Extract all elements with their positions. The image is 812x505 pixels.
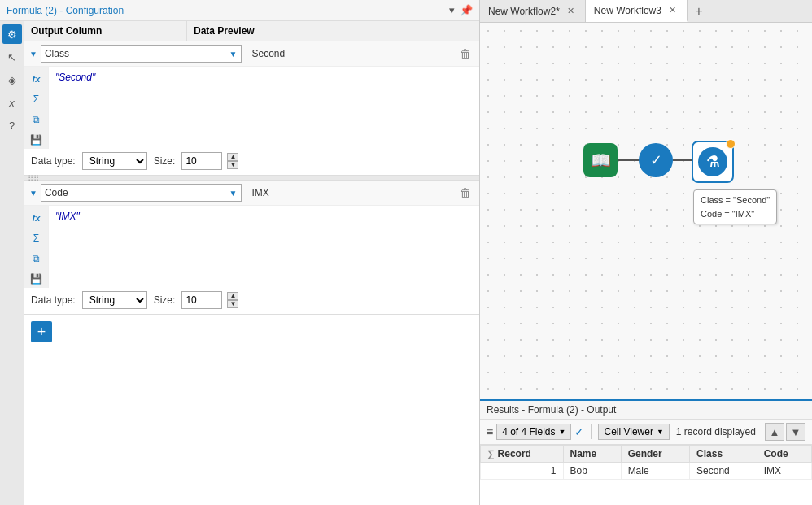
results-toolbar: ≡ 4 of 4 Fields ▼ ✓ Cell Viewer ▼ 1 reco… — [480, 420, 812, 445]
tab-new-workflow2[interactable]: New Workflow2* ✕ — [480, 0, 586, 22]
code-side-icons: fx Σ ⧉ 💾 — [24, 206, 49, 288]
right-panel: New Workflow2* ✕ New Workflow3 ✕ + 📖 — [480, 0, 812, 505]
th-name: Name — [563, 446, 621, 463]
node-check[interactable]: ✓ — [639, 143, 673, 177]
code-datatype-label: Data type: — [31, 294, 76, 306]
th-gender: Gender — [621, 446, 689, 463]
sidebar-cursor-icon[interactable]: ↖ — [2, 47, 22, 67]
row-expand-class[interactable]: ▼ — [29, 50, 37, 59]
node-book[interactable]: 📖 — [583, 143, 618, 177]
table-header-row: ∑Record Name Gender Class Code — [481, 446, 812, 463]
formula-node-dot — [726, 139, 736, 149]
code-size-up-btn[interactable]: ▲ — [227, 292, 238, 300]
class-preview-value: Second — [245, 48, 453, 59]
data-table: ∑Record Name Gender Class Code 1 Bob — [480, 445, 812, 480]
th-class: Class — [690, 446, 757, 463]
sidebar-gear-icon[interactable]: ⚙ — [2, 24, 22, 44]
results-panel: Results - Formula (2) - Output ≡ 4 of 4 … — [480, 399, 812, 505]
class-fx-icon[interactable]: fx — [28, 70, 46, 88]
cell-viewer-button[interactable]: Cell Viewer ▼ — [598, 424, 669, 440]
fields-table-icon: ≡ — [487, 425, 493, 438]
code-preview-value: IMX — [245, 187, 453, 198]
code-datatype-select[interactable]: String Integer — [82, 291, 147, 309]
code-save-icon[interactable]: 💾 — [28, 270, 46, 288]
class-delete-icon[interactable]: 🗑 — [456, 47, 474, 60]
class-save-icon[interactable]: 💾 — [28, 131, 46, 149]
collapse-icon[interactable]: ▾ — [449, 4, 455, 16]
formula-node-inner: ⚗ — [698, 147, 727, 176]
toolbar-separator — [591, 424, 592, 439]
formula-row-class: ▼ Class ▼ Second 🗑 — [24, 41, 479, 176]
tooltip-line2: Code = "IMX" — [701, 207, 770, 221]
tab-new-workflow2-label: New Workflow2* — [488, 6, 560, 17]
column-headers: Output Column Data Preview — [24, 21, 479, 41]
class-size-down-btn[interactable]: ▼ — [227, 161, 238, 169]
record-count-label: 1 record displayed — [676, 426, 756, 438]
code-column-select[interactable]: Code — [41, 184, 242, 202]
cell-viewer-arrow-icon: ▼ — [657, 428, 664, 436]
class-size-label: Size: — [154, 155, 176, 167]
check-icon: ✓ — [574, 425, 584, 438]
sidebar-formula-icon[interactable]: x — [2, 93, 22, 112]
code-delete-icon[interactable]: 🗑 — [456, 186, 474, 199]
code-size-label: Size: — [154, 294, 176, 306]
data-preview-header: Data Preview — [187, 21, 479, 41]
code-size-input[interactable] — [181, 291, 222, 309]
class-side-icons: fx Σ ⧉ 💾 — [24, 67, 49, 149]
row-expand-code[interactable]: ▼ — [29, 189, 37, 198]
tab-add-button[interactable]: + — [688, 0, 710, 22]
cell-viewer-label: Cell Viewer — [604, 426, 653, 438]
formula-title: Formula (2) - Configuration — [7, 5, 124, 16]
code-formula-area[interactable]: "IMX" — [49, 206, 479, 288]
fields-badge[interactable]: 4 of 4 Fields ▼ — [496, 424, 571, 440]
cell-name: Bob — [563, 463, 621, 480]
tab-new-workflow3[interactable]: New Workflow3 ✕ — [586, 0, 688, 22]
connector-1 — [618, 159, 640, 161]
record-col-icon: ∑ — [487, 448, 495, 459]
tooltip-line1: Class = "Second" — [701, 194, 770, 207]
cell-record: 1 — [481, 463, 564, 480]
results-nav: ▲ ▼ — [765, 423, 805, 441]
nav-up-btn[interactable]: ▲ — [765, 423, 784, 441]
tab-bar: New Workflow2* ✕ New Workflow3 ✕ + — [480, 0, 812, 23]
class-datatype-select[interactable]: String Integer Double — [82, 152, 147, 170]
formula-title-bar: Formula (2) - Configuration ▾ 📌 — [0, 0, 479, 21]
class-size-up-btn[interactable]: ▲ — [227, 153, 238, 161]
output-column-header: Output Column — [24, 21, 187, 41]
class-size-spinner[interactable]: ▲ ▼ — [227, 153, 238, 169]
class-column-select[interactable]: Class — [41, 45, 242, 63]
code-datatype-row: Data type: String Integer Size: ▲ ▼ — [24, 288, 479, 314]
class-size-input[interactable] — [181, 152, 222, 170]
tab-new-workflow2-close[interactable]: ✕ — [565, 5, 577, 17]
node-tooltip: Class = "Second" Code = "IMX" — [693, 189, 777, 224]
th-record: ∑Record — [481, 446, 564, 463]
nav-down-btn[interactable]: ▼ — [786, 423, 805, 441]
table-row: 1 Bob Male Second IMX — [481, 463, 812, 480]
pin-icon[interactable]: 📌 — [460, 4, 473, 16]
class-formula-area[interactable]: "Second" — [49, 67, 479, 149]
cell-class: Second — [690, 463, 757, 480]
code-size-spinner[interactable]: ▲ ▼ — [227, 292, 238, 308]
cell-code: IMX — [757, 463, 811, 480]
class-copy-icon[interactable]: ⧉ — [28, 111, 46, 128]
results-title: Results - Formula (2) - Output — [480, 401, 812, 420]
th-code: Code — [757, 446, 811, 463]
sidebar-icons: ⚙ ↖ ◈ x ? — [0, 21, 24, 505]
tab-new-workflow3-close[interactable]: ✕ — [666, 4, 679, 16]
tab-new-workflow3-label: New Workflow3 — [594, 5, 661, 16]
class-sigma-icon[interactable]: Σ — [28, 90, 46, 108]
sidebar-tag-icon[interactable]: ◈ — [2, 70, 22, 89]
sidebar-help-icon[interactable]: ? — [2, 115, 22, 135]
cell-gender: Male — [621, 463, 689, 480]
code-size-down-btn[interactable]: ▼ — [227, 300, 238, 308]
node-formula[interactable]: ⚗ — [692, 141, 734, 183]
workflow-canvas: 📖 ✓ ⚗ Class = "Second" Code = "IMX" — [480, 23, 812, 399]
add-formula-row-button[interactable]: + — [31, 321, 52, 342]
code-sigma-icon[interactable]: Σ — [28, 229, 46, 247]
fields-dropdown-arrow-icon: ▼ — [559, 428, 566, 436]
code-copy-icon[interactable]: ⧉ — [28, 250, 46, 268]
code-fx-icon[interactable]: fx — [28, 209, 46, 227]
results-table: ∑Record Name Gender Class Code 1 Bob — [480, 445, 812, 505]
fields-badge-label: 4 of 4 Fields — [502, 426, 555, 438]
code-formula-text: "IMX" — [55, 211, 80, 222]
